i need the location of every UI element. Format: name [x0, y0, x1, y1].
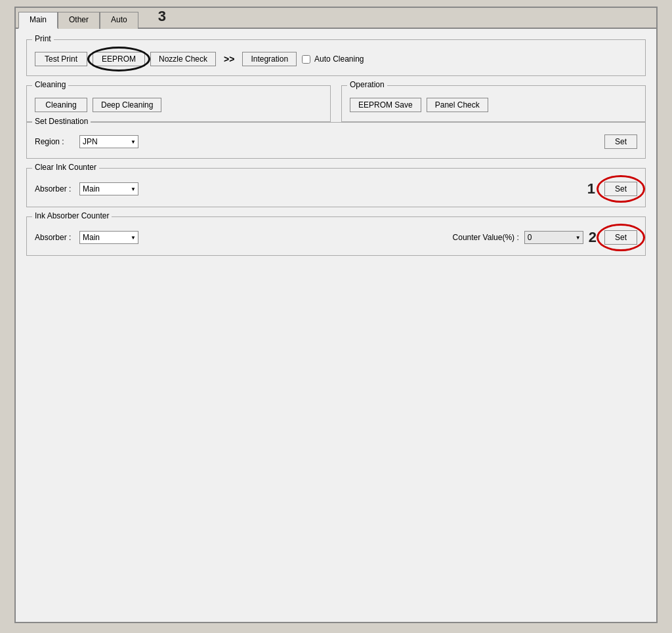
- operation-buttons-row: EEPROM Save Panel Check: [350, 98, 637, 112]
- clear-ink-absorber-wrapper: Main Sub: [79, 182, 138, 195]
- ink-absorber-counter-row: Absorber : Main Sub Counter Value(%) : 0…: [35, 229, 637, 246]
- counter-value-select[interactable]: 0: [524, 231, 583, 244]
- set-destination-button[interactable]: Set: [604, 134, 637, 149]
- print-section-title: Print: [32, 34, 54, 43]
- annotation-badge-3: 3: [158, 8, 166, 25]
- annotation-badge-1: 1: [587, 180, 595, 197]
- eeprom-button[interactable]: EEPROM: [93, 52, 145, 66]
- region-select-wrapper: JPN USA EUR: [79, 135, 138, 148]
- ink-absorber-wrapper: Main Sub: [79, 231, 138, 244]
- operation-section-title: Operation: [347, 80, 387, 89]
- main-window: Main Other Auto 3 Print Test Print EEPRO…: [14, 7, 658, 623]
- clear-ink-set-wrapper: Set: [604, 182, 637, 196]
- print-section: Print Test Print EEPROM Nozzle Check >> …: [26, 39, 646, 76]
- auto-cleaning-label: Auto Cleaning: [314, 54, 364, 64]
- counter-value-wrapper: 0: [524, 231, 583, 244]
- tab-main[interactable]: Main: [18, 12, 58, 29]
- operation-section: Operation EEPROM Save Panel Check: [341, 85, 646, 122]
- annotation-badge-2: 2: [589, 229, 597, 246]
- print-buttons-row: Test Print EEPROM Nozzle Check >> Integr…: [35, 52, 637, 66]
- clear-ink-set-button[interactable]: Set: [604, 182, 637, 196]
- set-destination-section: Set Destination Region : JPN USA EUR Set: [26, 122, 646, 159]
- ink-absorber-counter-section: Ink Absorber Counter Absorber : Main Sub…: [26, 216, 646, 256]
- nozzle-check-button[interactable]: Nozzle Check: [150, 52, 216, 66]
- region-select[interactable]: JPN USA EUR: [79, 135, 138, 148]
- ink-absorber-set-button[interactable]: Set: [604, 230, 637, 245]
- tab-bar: Main Other Auto 3: [16, 8, 656, 29]
- auto-cleaning-checkbox[interactable]: [302, 55, 310, 64]
- cleaning-button[interactable]: Cleaning: [35, 98, 87, 112]
- cleaning-operation-row: Cleaning Cleaning Deep Cleaning Operatio…: [26, 85, 646, 122]
- clear-ink-counter-title: Clear Ink Counter: [32, 163, 99, 172]
- clear-ink-counter-section: Clear Ink Counter Absorber : Main Sub 1 …: [26, 168, 646, 207]
- tab-other[interactable]: Other: [58, 12, 100, 29]
- set-destination-title: Set Destination: [32, 117, 91, 126]
- ink-absorber-set-wrapper: Set: [604, 230, 637, 245]
- clear-ink-counter-row: Absorber : Main Sub 1 Set: [35, 180, 637, 197]
- deep-cleaning-button[interactable]: Deep Cleaning: [93, 98, 161, 112]
- cleaning-buttons-row: Cleaning Deep Cleaning: [35, 98, 322, 112]
- auto-cleaning-row: Auto Cleaning: [302, 54, 364, 64]
- cleaning-section-title: Cleaning: [32, 80, 68, 89]
- integration-button[interactable]: Integration: [242, 52, 297, 66]
- ink-absorber-label: Absorber :: [35, 233, 74, 242]
- tab-auto[interactable]: Auto: [100, 12, 138, 29]
- set-destination-row: Region : JPN USA EUR Set: [35, 134, 637, 149]
- counter-value-label: Counter Value(%) :: [453, 233, 519, 242]
- main-content: Print Test Print EEPROM Nozzle Check >> …: [16, 29, 656, 276]
- clear-ink-absorber-label: Absorber :: [35, 184, 74, 194]
- ink-absorber-select[interactable]: Main Sub: [79, 231, 138, 244]
- ink-absorber-counter-title: Ink Absorber Counter: [32, 211, 112, 220]
- region-label: Region :: [35, 137, 74, 146]
- test-print-button[interactable]: Test Print: [35, 52, 87, 66]
- panel-check-button[interactable]: Panel Check: [427, 98, 488, 112]
- eeprom-wrapper: EEPROM: [93, 52, 145, 66]
- chevron-button[interactable]: >>: [221, 52, 237, 66]
- clear-ink-absorber-select[interactable]: Main Sub: [79, 182, 138, 195]
- eeprom-save-button[interactable]: EEPROM Save: [350, 98, 421, 112]
